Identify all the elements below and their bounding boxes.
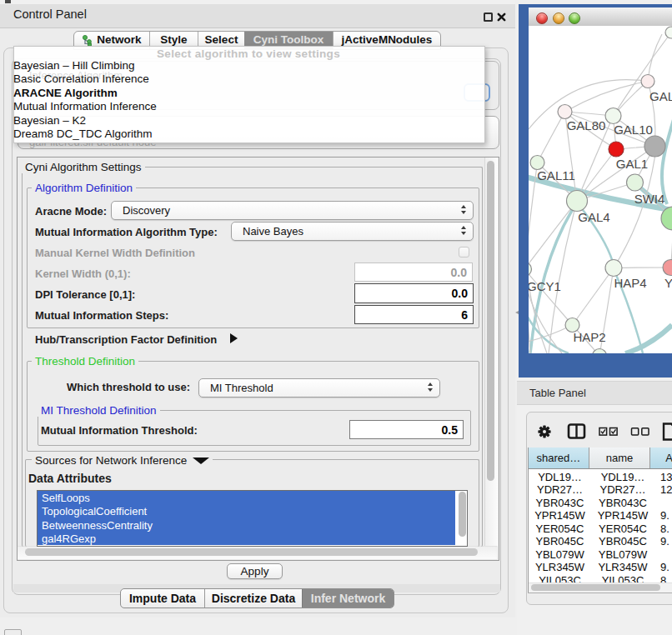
svg-text:GAL80: GAL80 <box>567 118 606 132</box>
svg-text:GCY1: GCY1 <box>529 279 561 293</box>
svg-text:GAL1: GAL1 <box>616 157 648 171</box>
svg-text:HAP4: HAP4 <box>614 276 646 290</box>
svg-text:HAP2: HAP2 <box>573 330 605 344</box>
svg-text:YBR: YBR <box>664 276 672 290</box>
svg-text:GAL11: GAL11 <box>537 168 575 182</box>
svg-text:GAL10: GAL10 <box>614 122 653 137</box>
svg-text:GAL8: GAL8 <box>649 89 672 103</box>
svg-text:GAL4: GAL4 <box>578 210 609 224</box>
svg-text:SWI4: SWI4 <box>634 192 665 206</box>
